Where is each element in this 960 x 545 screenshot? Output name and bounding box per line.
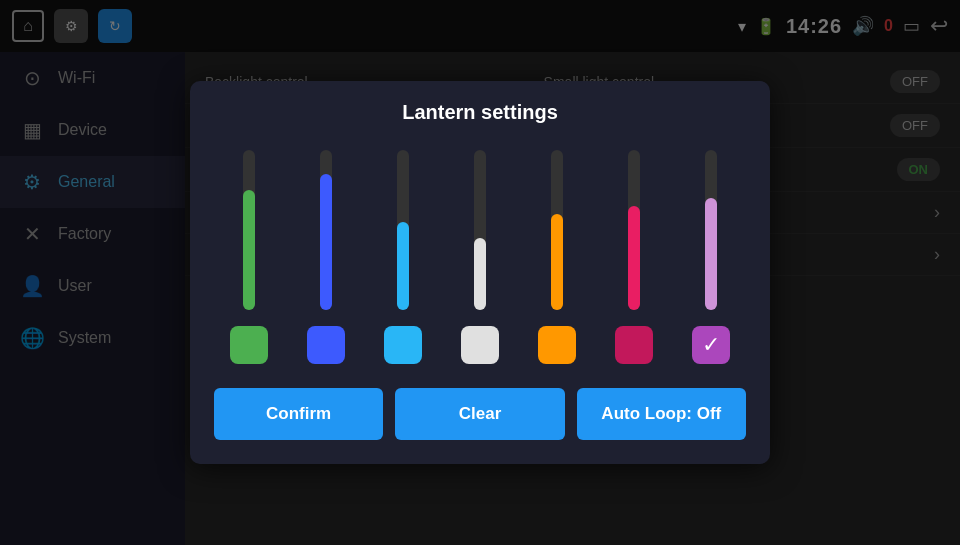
slider-white-thumb[interactable] <box>461 326 499 364</box>
buttons-row: Confirm Clear Auto Loop: Off <box>214 388 746 440</box>
slider-red-track <box>628 150 640 310</box>
slider-white[interactable] <box>461 144 499 364</box>
lantern-settings-modal: Lantern settings <box>190 81 770 464</box>
slider-purple-track <box>705 150 717 310</box>
modal-overlay: Lantern settings <box>0 0 960 545</box>
slider-orange-thumb[interactable] <box>538 326 576 364</box>
slider-white-track <box>474 150 486 310</box>
modal-title: Lantern settings <box>214 101 746 124</box>
slider-purple[interactable]: ✓ <box>692 144 730 364</box>
clear-button[interactable]: Clear <box>395 388 564 440</box>
slider-green[interactable] <box>230 144 268 364</box>
slider-purple-thumb[interactable]: ✓ <box>692 326 730 364</box>
slider-purple-fill <box>705 198 717 310</box>
slider-green-track <box>243 150 255 310</box>
slider-orange[interactable] <box>538 144 576 364</box>
confirm-button[interactable]: Confirm <box>214 388 383 440</box>
slider-red-thumb[interactable] <box>615 326 653 364</box>
slider-blue-fill <box>320 174 332 310</box>
slider-green-fill <box>243 190 255 310</box>
slider-blue[interactable] <box>307 144 345 364</box>
slider-red[interactable] <box>615 144 653 364</box>
sliders-area: ✓ <box>214 144 746 364</box>
slider-cyan-fill <box>397 222 409 310</box>
slider-cyan[interactable] <box>384 144 422 364</box>
auto-loop-button[interactable]: Auto Loop: Off <box>577 388 746 440</box>
slider-red-fill <box>628 206 640 310</box>
slider-cyan-track <box>397 150 409 310</box>
slider-blue-thumb[interactable] <box>307 326 345 364</box>
slider-orange-fill <box>551 214 563 310</box>
slider-cyan-thumb[interactable] <box>384 326 422 364</box>
slider-blue-track <box>320 150 332 310</box>
slider-green-thumb[interactable] <box>230 326 268 364</box>
slider-white-fill <box>474 238 486 310</box>
slider-orange-track <box>551 150 563 310</box>
